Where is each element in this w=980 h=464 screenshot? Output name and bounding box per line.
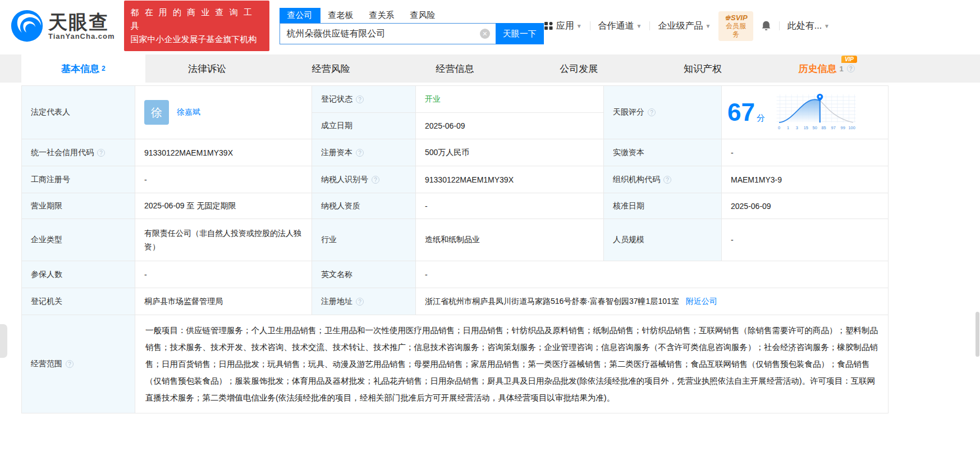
- field-label-org-code: 组织机构代码: [604, 166, 722, 193]
- field-label-reg-authority: 登记机关: [22, 288, 135, 315]
- top-nav: 应用 ▼ 合作通道 ▼ 企业级产品 ▼ ♚SVIP 会员服务 此处有... ▼: [544, 11, 830, 41]
- search-button[interactable]: 天眼一下: [496, 23, 544, 44]
- field-value-reg-capital: 500万人民币: [416, 139, 604, 166]
- field-label-business-scope: 经营范围: [22, 315, 135, 413]
- search-tab-relation[interactable]: 查关系: [361, 8, 402, 23]
- svg-text:1: 1: [787, 125, 789, 130]
- tab-intellectual-property[interactable]: 知识产权: [641, 54, 765, 83]
- field-label-business-term: 营业期限: [22, 193, 135, 219]
- tab-basic-info[interactable]: 基本信息 2: [21, 54, 145, 83]
- help-icon[interactable]: [97, 149, 105, 157]
- field-value-taxpayer-id: 91330122MAEM1MY39X: [416, 166, 604, 193]
- field-value-credit-code: 91330122MAEM1MY39X: [135, 139, 312, 166]
- tab-basic-count: 2: [102, 65, 106, 72]
- field-label-reg-address: 注册地址: [312, 288, 416, 315]
- score-distribution-chart: 0 1 3 15 50 85 97 99 100: [774, 93, 858, 132]
- field-label-reg-status: 登记状态: [312, 86, 416, 113]
- field-label-industry: 行业: [312, 219, 416, 261]
- scrollbar[interactable]: [976, 312, 979, 357]
- nav-enterprise[interactable]: 企业级产品 ▼: [658, 20, 711, 32]
- chevron-down-icon: ▼: [576, 23, 582, 29]
- nav-cooperation[interactable]: 合作通道 ▼: [598, 20, 642, 32]
- score-axis-labels: 0 1 3 15 50 85 97 99 100: [778, 125, 855, 130]
- nav-enterprise-label: 企业级产品: [658, 20, 703, 32]
- status-badge: 开业: [425, 94, 441, 104]
- svip-membership-button[interactable]: ♚SVIP 会员服务: [718, 11, 753, 41]
- svg-text:3: 3: [796, 125, 798, 130]
- chevron-down-icon: ▼: [705, 23, 711, 29]
- help-icon[interactable]: [663, 176, 671, 184]
- logo-title: 天眼查: [48, 12, 115, 32]
- field-value-reg-status: 开业: [416, 86, 604, 113]
- clear-icon[interactable]: ✕: [480, 29, 490, 39]
- nav-more[interactable]: 此处有... ▼: [787, 20, 830, 32]
- divider: [779, 21, 780, 30]
- search-tab-company[interactable]: 查公司: [280, 8, 320, 23]
- field-label-legal-rep: 法定代表人: [22, 86, 135, 139]
- promo-banner: 都 在 用 的 商 业 查 询 工 具 国家中小企业发展子基金旗下机构: [124, 1, 269, 51]
- avatar[interactable]: 徐: [144, 100, 169, 125]
- help-icon[interactable]: [66, 360, 74, 368]
- help-icon[interactable]: [356, 95, 364, 103]
- divider: [590, 21, 590, 30]
- field-value-industry: 造纸和纸制品业: [416, 219, 604, 261]
- tianyancha-logo-icon: [10, 9, 44, 43]
- score-unit: 分: [757, 113, 765, 122]
- tianyancha-logo[interactable]: 天眼查 TianYanCha.com: [10, 9, 115, 43]
- search-tab-risk[interactable]: 查风险: [402, 8, 443, 23]
- field-label-approval-date: 核准日期: [604, 193, 722, 219]
- help-icon[interactable]: [648, 108, 656, 116]
- tab-operating-info[interactable]: 经营信息: [393, 54, 517, 83]
- bell-icon[interactable]: [761, 20, 771, 32]
- field-value-insured-count: -: [135, 261, 312, 288]
- field-value-taxpayer-quals: -: [416, 193, 604, 219]
- field-value-legal-rep: 徐 徐嘉斌: [135, 86, 312, 139]
- logo-subtitle: TianYanCha.com: [48, 32, 115, 40]
- field-value-staff-size: -: [722, 219, 889, 261]
- field-label-credit-code: 统一社会信用代码: [22, 139, 135, 166]
- basic-info-table: 法定代表人 徐 徐嘉斌 登记状态 开业 天眼评分 67分: [21, 85, 889, 413]
- promo-line1: 都 在 用 的 商 业 查 询 工 具: [131, 6, 263, 33]
- field-label-est-date: 成立日期: [312, 113, 416, 139]
- tab-lawsuit[interactable]: 法律诉讼: [145, 54, 269, 83]
- side-panel-handle[interactable]: [0, 324, 7, 358]
- field-value-company-type: 有限责任公司（非自然人投资或控股的法人独资）: [135, 219, 312, 261]
- score-number: 67: [727, 98, 755, 126]
- field-value-org-code: MAEM1MY3-9: [722, 166, 889, 193]
- help-icon[interactable]: [356, 149, 364, 157]
- field-label-reg-capital: 注册资本: [312, 139, 416, 166]
- promo-line2: 国家中小企业发展子基金旗下机构: [131, 33, 263, 46]
- site-header: 天眼查 TianYanCha.com 都 在 用 的 商 业 查 询 工 具 国…: [0, 0, 980, 52]
- field-value-business-scope: 一般项目：供应链管理服务；个人卫生用品销售；卫生用品和一次性使用医疗用品销售；日…: [135, 315, 889, 413]
- help-icon[interactable]: [356, 298, 364, 306]
- tab-history-info[interactable]: VIP 历史信息 1: [764, 54, 889, 83]
- search-tab-boss[interactable]: 查老板: [320, 8, 361, 23]
- nearby-companies-link[interactable]: 附近公司: [686, 297, 717, 307]
- svip-service-label: 会员服务: [723, 22, 748, 39]
- field-value-approval-date: 2025-06-09: [722, 193, 889, 219]
- tab-operating-risk[interactable]: 经营风险: [269, 54, 393, 83]
- field-value-reg-address: 浙江省杭州市桐庐县凤川街道马家路516号舒泰·富春智创园37幢1层101室 附近…: [416, 288, 889, 315]
- field-value-english-name: -: [416, 261, 889, 288]
- nav-apps-label: 应用: [556, 20, 574, 32]
- field-label-taxpayer-id: 纳税人识别号: [312, 166, 416, 193]
- field-value-reg-number: -: [135, 166, 312, 193]
- nav-apps[interactable]: 应用 ▼: [544, 20, 582, 32]
- search-input[interactable]: [280, 23, 496, 44]
- chevron-down-icon: ▼: [824, 23, 830, 29]
- field-value-business-term: 2025-06-09 至 无固定期限: [135, 193, 312, 219]
- svg-text:100: 100: [848, 125, 855, 130]
- search-block: 查公司 查老板 查关系 查风险 ✕ 天眼一下: [280, 7, 544, 44]
- field-value-score: 67分: [722, 86, 889, 139]
- tab-history-count: 1: [840, 65, 844, 73]
- svg-text:97: 97: [831, 125, 836, 130]
- help-icon[interactable]: [847, 65, 855, 72]
- tab-company-development[interactable]: 公司发展: [517, 54, 641, 83]
- section-tabbar: 基本信息 2 法律诉讼 经营风险 经营信息 公司发展 知识产权 VIP 历史信息…: [0, 54, 980, 83]
- svg-text:85: 85: [821, 125, 826, 130]
- chevron-down-icon: ▼: [636, 23, 642, 29]
- svip-label: SVIP: [731, 13, 748, 22]
- legal-rep-link[interactable]: 徐嘉斌: [177, 107, 200, 117]
- help-icon[interactable]: [372, 176, 379, 184]
- field-value-est-date: 2025-06-09: [416, 113, 604, 139]
